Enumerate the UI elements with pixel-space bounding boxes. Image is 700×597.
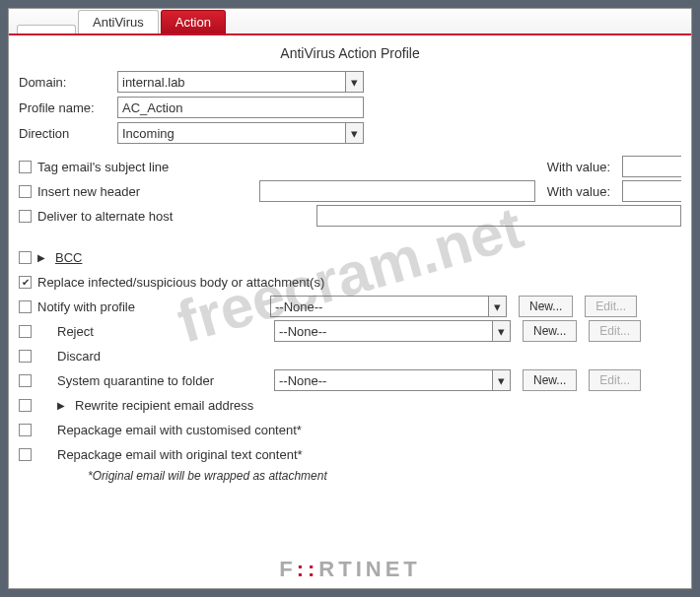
notify-label: Notify with profile <box>37 299 264 314</box>
chevron-down-icon: ▾ <box>488 297 506 316</box>
expand-icon[interactable]: ▶ <box>57 400 69 411</box>
notify-value: --None-- <box>275 299 322 314</box>
tab-blank[interactable] <box>17 25 76 33</box>
chevron-down-icon: ▾ <box>345 123 363 143</box>
repackage-orig-label: Repackage email with original text conte… <box>57 447 303 462</box>
profile-value: AC_Action <box>122 100 182 115</box>
direction-value: Incoming <box>122 126 175 141</box>
deliver-alt-label: Deliver to alternate host <box>37 209 173 224</box>
sys-quarantine-new-button[interactable]: New... <box>523 369 577 391</box>
with-value-input-2[interactable] <box>622 180 681 202</box>
repackage-custom-label: Repackage email with customised content* <box>57 423 302 437</box>
insert-header-input[interactable] <box>259 180 535 202</box>
rewrite-label: Rewrite recipient email address <box>75 398 253 413</box>
tag-subject-checkbox[interactable] <box>19 161 32 173</box>
reject-select[interactable]: --None-- ▾ <box>274 320 511 342</box>
expand-icon[interactable]: ▶ <box>37 252 49 263</box>
sys-quarantine-edit-button: Edit... <box>589 369 641 391</box>
page-title: AntiVirus Action Profile <box>9 35 691 67</box>
notify-checkbox[interactable] <box>19 300 32 313</box>
profile-name-input[interactable]: AC_Action <box>117 97 364 118</box>
reject-value: --None-- <box>279 324 326 339</box>
chevron-down-icon: ▾ <box>345 72 363 92</box>
profile-label: Profile name: <box>19 100 117 115</box>
bcc-label[interactable]: BCC <box>55 250 82 265</box>
repackage-orig-checkbox[interactable] <box>19 448 32 461</box>
footnote: *Original email will be wrapped as attac… <box>88 469 691 483</box>
with-value-label-1: With value: <box>547 160 610 174</box>
insert-header-checkbox[interactable] <box>19 185 32 198</box>
tag-subject-label: Tag email's subject line <box>37 160 169 174</box>
replace-label: Replace infected/suspicious body or atta… <box>37 275 324 290</box>
tab-bar: AntiVirus Action <box>9 9 691 35</box>
tab-action[interactable]: Action <box>161 10 226 33</box>
chevron-down-icon: ▾ <box>492 321 510 341</box>
notify-edit-button: Edit... <box>585 296 637 317</box>
bcc-checkbox[interactable] <box>19 251 32 264</box>
direction-select[interactable]: Incoming ▾ <box>117 122 364 144</box>
domain-select[interactable]: internal.lab ▾ <box>117 71 364 93</box>
notify-new-button[interactable]: New... <box>519 296 573 317</box>
deliver-alt-input[interactable] <box>316 205 681 227</box>
domain-label: Domain: <box>19 75 117 90</box>
sys-quarantine-label: System quarantine to folder <box>57 373 268 388</box>
tab-antivirus[interactable]: AntiVirus <box>78 10 159 33</box>
insert-header-label: Insert new header <box>37 184 140 199</box>
domain-value: internal.lab <box>122 75 185 90</box>
repackage-custom-checkbox[interactable] <box>19 424 32 436</box>
deliver-alt-checkbox[interactable] <box>19 210 32 223</box>
reject-label: Reject <box>57 324 268 339</box>
sys-quarantine-select[interactable]: --None-- ▾ <box>274 369 511 391</box>
chevron-down-icon: ▾ <box>492 370 510 390</box>
notify-select[interactable]: --None-- ▾ <box>270 296 507 317</box>
sys-quarantine-checkbox[interactable] <box>19 374 32 387</box>
discard-checkbox[interactable] <box>19 350 32 363</box>
reject-new-button[interactable]: New... <box>523 320 577 342</box>
discard-label: Discard <box>57 349 101 364</box>
reject-edit-button: Edit... <box>589 320 641 342</box>
replace-checkbox[interactable] <box>19 276 32 289</box>
rewrite-checkbox[interactable] <box>19 399 32 412</box>
fortinet-logo: F::RTINET <box>279 557 421 582</box>
reject-checkbox[interactable] <box>19 325 32 338</box>
sys-quarantine-value: --None-- <box>279 373 326 388</box>
direction-label: Direction <box>19 126 117 141</box>
with-value-input-1[interactable] <box>622 156 681 177</box>
with-value-label-2: With value: <box>547 184 610 199</box>
